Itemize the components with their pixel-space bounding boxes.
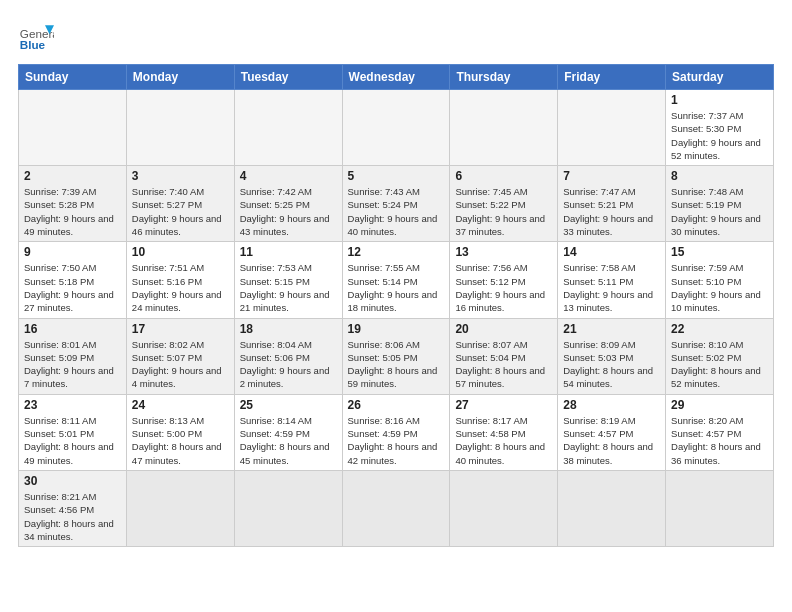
logo-icon: General Blue [18,18,54,54]
calendar-week-4: 16Sunrise: 8:01 AM Sunset: 5:09 PM Dayli… [19,318,774,394]
day-info: Sunrise: 8:14 AM Sunset: 4:59 PM Dayligh… [240,414,337,467]
day-number: 17 [132,322,229,336]
calendar-cell [450,90,558,166]
day-info: Sunrise: 8:01 AM Sunset: 5:09 PM Dayligh… [24,338,121,391]
calendar-cell [342,90,450,166]
header-sunday: Sunday [19,65,127,90]
calendar-cell: 9Sunrise: 7:50 AM Sunset: 5:18 PM Daylig… [19,242,127,318]
header-tuesday: Tuesday [234,65,342,90]
day-number: 15 [671,245,768,259]
day-number: 2 [24,169,121,183]
calendar-cell: 6Sunrise: 7:45 AM Sunset: 5:22 PM Daylig… [450,166,558,242]
day-number: 26 [348,398,445,412]
calendar-cell: 8Sunrise: 7:48 AM Sunset: 5:19 PM Daylig… [666,166,774,242]
calendar-cell: 17Sunrise: 8:02 AM Sunset: 5:07 PM Dayli… [126,318,234,394]
calendar-cell: 26Sunrise: 8:16 AM Sunset: 4:59 PM Dayli… [342,394,450,470]
calendar-cell: 16Sunrise: 8:01 AM Sunset: 5:09 PM Dayli… [19,318,127,394]
header-thursday: Thursday [450,65,558,90]
calendar-cell: 20Sunrise: 8:07 AM Sunset: 5:04 PM Dayli… [450,318,558,394]
day-info: Sunrise: 7:55 AM Sunset: 5:14 PM Dayligh… [348,261,445,314]
day-number: 12 [348,245,445,259]
logo: General Blue [18,18,54,54]
day-number: 28 [563,398,660,412]
calendar-cell: 15Sunrise: 7:59 AM Sunset: 5:10 PM Dayli… [666,242,774,318]
calendar-week-3: 9Sunrise: 7:50 AM Sunset: 5:18 PM Daylig… [19,242,774,318]
day-number: 9 [24,245,121,259]
day-number: 3 [132,169,229,183]
day-info: Sunrise: 7:48 AM Sunset: 5:19 PM Dayligh… [671,185,768,238]
calendar-cell: 11Sunrise: 7:53 AM Sunset: 5:15 PM Dayli… [234,242,342,318]
calendar-cell [19,90,127,166]
day-info: Sunrise: 7:58 AM Sunset: 5:11 PM Dayligh… [563,261,660,314]
calendar-cell [450,470,558,546]
day-info: Sunrise: 8:04 AM Sunset: 5:06 PM Dayligh… [240,338,337,391]
day-number: 14 [563,245,660,259]
day-info: Sunrise: 7:45 AM Sunset: 5:22 PM Dayligh… [455,185,552,238]
header: General Blue [18,18,774,54]
calendar-cell [342,470,450,546]
day-info: Sunrise: 8:06 AM Sunset: 5:05 PM Dayligh… [348,338,445,391]
day-info: Sunrise: 8:21 AM Sunset: 4:56 PM Dayligh… [24,490,121,543]
calendar-cell: 1Sunrise: 7:37 AM Sunset: 5:30 PM Daylig… [666,90,774,166]
calendar-cell [234,470,342,546]
calendar-header-row: SundayMondayTuesdayWednesdayThursdayFrid… [19,65,774,90]
header-wednesday: Wednesday [342,65,450,90]
day-info: Sunrise: 8:16 AM Sunset: 4:59 PM Dayligh… [348,414,445,467]
day-number: 13 [455,245,552,259]
day-info: Sunrise: 8:20 AM Sunset: 4:57 PM Dayligh… [671,414,768,467]
day-number: 23 [24,398,121,412]
calendar-cell: 30Sunrise: 8:21 AM Sunset: 4:56 PM Dayli… [19,470,127,546]
calendar-cell: 29Sunrise: 8:20 AM Sunset: 4:57 PM Dayli… [666,394,774,470]
svg-text:Blue: Blue [20,38,46,51]
day-number: 6 [455,169,552,183]
day-info: Sunrise: 7:53 AM Sunset: 5:15 PM Dayligh… [240,261,337,314]
day-number: 16 [24,322,121,336]
calendar-cell: 5Sunrise: 7:43 AM Sunset: 5:24 PM Daylig… [342,166,450,242]
day-info: Sunrise: 7:56 AM Sunset: 5:12 PM Dayligh… [455,261,552,314]
calendar-cell: 22Sunrise: 8:10 AM Sunset: 5:02 PM Dayli… [666,318,774,394]
calendar-cell: 13Sunrise: 7:56 AM Sunset: 5:12 PM Dayli… [450,242,558,318]
day-info: Sunrise: 7:59 AM Sunset: 5:10 PM Dayligh… [671,261,768,314]
day-info: Sunrise: 8:02 AM Sunset: 5:07 PM Dayligh… [132,338,229,391]
calendar-cell: 7Sunrise: 7:47 AM Sunset: 5:21 PM Daylig… [558,166,666,242]
day-number: 20 [455,322,552,336]
day-info: Sunrise: 7:42 AM Sunset: 5:25 PM Dayligh… [240,185,337,238]
day-info: Sunrise: 8:07 AM Sunset: 5:04 PM Dayligh… [455,338,552,391]
day-info: Sunrise: 8:09 AM Sunset: 5:03 PM Dayligh… [563,338,660,391]
header-monday: Monday [126,65,234,90]
calendar-cell [666,470,774,546]
day-info: Sunrise: 7:50 AM Sunset: 5:18 PM Dayligh… [24,261,121,314]
day-number: 11 [240,245,337,259]
day-number: 27 [455,398,552,412]
day-info: Sunrise: 7:47 AM Sunset: 5:21 PM Dayligh… [563,185,660,238]
day-info: Sunrise: 7:43 AM Sunset: 5:24 PM Dayligh… [348,185,445,238]
day-number: 19 [348,322,445,336]
day-info: Sunrise: 7:37 AM Sunset: 5:30 PM Dayligh… [671,109,768,162]
day-number: 10 [132,245,229,259]
day-number: 4 [240,169,337,183]
day-number: 7 [563,169,660,183]
calendar-cell: 2Sunrise: 7:39 AM Sunset: 5:28 PM Daylig… [19,166,127,242]
day-info: Sunrise: 7:39 AM Sunset: 5:28 PM Dayligh… [24,185,121,238]
calendar-cell: 14Sunrise: 7:58 AM Sunset: 5:11 PM Dayli… [558,242,666,318]
day-info: Sunrise: 8:10 AM Sunset: 5:02 PM Dayligh… [671,338,768,391]
day-number: 22 [671,322,768,336]
header-friday: Friday [558,65,666,90]
calendar-cell: 18Sunrise: 8:04 AM Sunset: 5:06 PM Dayli… [234,318,342,394]
day-info: Sunrise: 8:17 AM Sunset: 4:58 PM Dayligh… [455,414,552,467]
calendar-cell: 25Sunrise: 8:14 AM Sunset: 4:59 PM Dayli… [234,394,342,470]
calendar-week-6: 30Sunrise: 8:21 AM Sunset: 4:56 PM Dayli… [19,470,774,546]
calendar-cell: 28Sunrise: 8:19 AM Sunset: 4:57 PM Dayli… [558,394,666,470]
calendar-cell: 19Sunrise: 8:06 AM Sunset: 5:05 PM Dayli… [342,318,450,394]
day-info: Sunrise: 7:40 AM Sunset: 5:27 PM Dayligh… [132,185,229,238]
day-number: 25 [240,398,337,412]
calendar-cell [558,470,666,546]
calendar-cell: 3Sunrise: 7:40 AM Sunset: 5:27 PM Daylig… [126,166,234,242]
calendar-cell [234,90,342,166]
calendar-cell: 24Sunrise: 8:13 AM Sunset: 5:00 PM Dayli… [126,394,234,470]
calendar-cell: 10Sunrise: 7:51 AM Sunset: 5:16 PM Dayli… [126,242,234,318]
day-info: Sunrise: 8:13 AM Sunset: 5:00 PM Dayligh… [132,414,229,467]
calendar-cell: 12Sunrise: 7:55 AM Sunset: 5:14 PM Dayli… [342,242,450,318]
calendar-cell: 27Sunrise: 8:17 AM Sunset: 4:58 PM Dayli… [450,394,558,470]
day-number: 29 [671,398,768,412]
